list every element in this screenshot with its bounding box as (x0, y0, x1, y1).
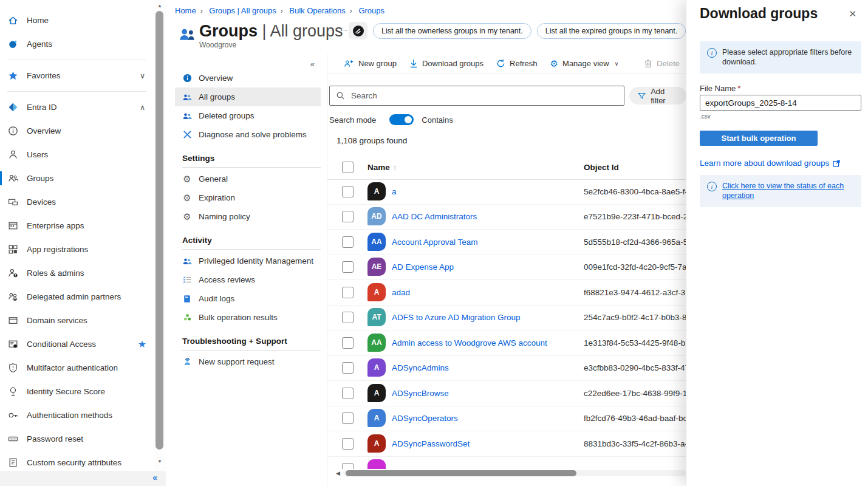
scroll-down-icon[interactable]: ▼ (154, 459, 166, 464)
subnav-item-naming-policy[interactable]: ⚙ Naming policy (175, 207, 321, 226)
table-row[interactable]: A ADSyncAdmins e3cfbb83-0290-4bc5-833f-4… (327, 355, 686, 381)
copilot-button[interactable] (349, 22, 367, 39)
search-input[interactable] (350, 91, 618, 101)
learn-more-link[interactable]: Learn more about download groups (700, 159, 840, 168)
group-name-link[interactable]: ADSyncPasswordSet (392, 439, 470, 448)
row-checkbox[interactable] (342, 388, 354, 399)
sidebar-item-domain-services[interactable]: Domain services (0, 309, 154, 332)
copilot-prompt-pill[interactable]: List all the expired groups in my tenant… (537, 23, 686, 39)
subnav-item-diagnose[interactable]: Diagnose and solve problems (175, 125, 321, 144)
sidebar-item-devices[interactable]: Devices (0, 190, 154, 214)
scroll-left-icon[interactable]: ◀ (336, 470, 340, 476)
breadcrumb-groups[interactable]: Groups (358, 6, 384, 15)
add-filter-button[interactable]: Add filter (629, 87, 686, 104)
group-name-link[interactable]: ADSyncBrowse (392, 389, 449, 398)
column-header-object-id[interactable]: Object Id (584, 163, 619, 172)
sidebar-item-identity-secure-score[interactable]: Identity Secure Score (0, 380, 154, 403)
table-row[interactable]: AE AD Expense App 009e1fcd-32fd-4c20-9cf… (327, 255, 686, 280)
scrollbar-thumb[interactable] (346, 470, 576, 476)
breadcrumb-home[interactable]: Home (175, 6, 196, 15)
chevron-down-icon[interactable]: ∨ (140, 72, 145, 80)
collapse-sidebar-icon[interactable]: « (152, 473, 157, 482)
group-name-link[interactable]: Admin access to Woodgrove AWS account (392, 338, 547, 347)
table-row[interactable]: AA Admin access to Woodgrove AWS account… (327, 330, 686, 356)
sidebar-item-password-reset[interactable]: Password reset (0, 427, 154, 451)
select-all-checkbox[interactable] (342, 162, 354, 173)
table-row[interactable]: AD AAD DC Administrators e7521b9e-223f-4… (327, 204, 686, 230)
table-row[interactable]: A ADSyncPasswordSet 8831bd3c-33f5-4c2f-8… (327, 431, 686, 457)
subnav-item-bulk-operation-results[interactable]: Bulk operation results (175, 308, 321, 327)
subnav-item-general[interactable]: ⚙ General (175, 169, 321, 188)
download-groups-button[interactable]: Download groups (409, 59, 484, 68)
more-options-icon[interactable]: ··· (336, 24, 349, 35)
delete-button[interactable]: Delete (644, 59, 680, 68)
table-row[interactable]: A a 5e2fcb46-8300-4bca-8ae5-f4c (327, 179, 686, 205)
refresh-button[interactable]: Refresh (496, 59, 538, 68)
sidebar-item-roles-admins[interactable]: T Roles & admins (0, 261, 154, 285)
copilot-prompt-pill[interactable]: List all the ownerless groups in my tena… (373, 23, 531, 39)
group-name-link[interactable]: ADFS to Azure AD Migration Group (392, 313, 521, 322)
table-row[interactable]: A ADSyncOperators fb2fcd76-49b3-46ad-baa… (327, 406, 686, 431)
group-name-link[interactable]: AD Expense App (392, 262, 454, 272)
subnav-item-expiration[interactable]: ⚙ Expiration (175, 188, 321, 207)
sidebar-item-users[interactable]: Users (0, 143, 154, 166)
row-checkbox[interactable] (342, 412, 354, 424)
chevron-up-icon[interactable]: ∧ (140, 103, 145, 112)
table-row-partial[interactable] (327, 456, 686, 470)
column-header-name[interactable]: Name↑ (367, 163, 397, 172)
subnav-item-all-groups[interactable]: All groups (175, 87, 321, 106)
sidebar-item-agents[interactable]: Agents (0, 32, 154, 56)
sidebar-item-home[interactable]: Home (0, 9, 154, 32)
sidebar-item-custom-security-attributes[interactable]: Custom security attributes (0, 451, 154, 471)
sidebar-item-entra-id[interactable]: Entra ID ∧ (0, 95, 154, 119)
subnav-item-new-support-request[interactable]: New support request (175, 352, 321, 371)
collapse-subnav-icon[interactable]: « (310, 60, 315, 69)
table-row[interactable]: A ADSyncBrowse c22ed6ee-17bc-4638-99f9-1… (327, 381, 686, 406)
table-row[interactable]: A adad f68821e3-9474-4612-a3cf-3c2 (327, 280, 686, 306)
group-name-link[interactable]: adad (392, 288, 410, 297)
row-checkbox[interactable] (342, 312, 354, 323)
sidebar-item-enterprise-apps[interactable]: Enterprise apps (0, 214, 154, 238)
new-group-button[interactable]: New group (344, 59, 397, 68)
row-checkbox[interactable] (342, 287, 354, 298)
sidebar-item-authentication-methods[interactable]: Authentication methods (0, 403, 154, 427)
group-name-link[interactable]: a (392, 187, 397, 196)
sidebar-scrollbar[interactable]: ▲ ▼ (154, 0, 166, 471)
manage-view-button[interactable]: ⚙ Manage view ∨ (550, 59, 619, 68)
sidebar-item-favorites[interactable]: Favorites ∨ (0, 64, 154, 87)
file-name-input[interactable] (700, 95, 861, 111)
group-name-link[interactable]: AAD DC Administrators (392, 212, 477, 221)
table-row[interactable]: AT ADFS to Azure AD Migration Group 254c… (327, 305, 686, 330)
subnav-item-pim[interactable]: Privileged Identity Management (175, 252, 321, 270)
scroll-up-icon[interactable]: ▲ (154, 3, 166, 9)
operation-status-link[interactable]: Click here to view the status of each op… (722, 181, 854, 201)
breadcrumb-bulk-operations[interactable]: Bulk Operations (289, 6, 346, 15)
row-checkbox[interactable] (342, 362, 354, 374)
breadcrumb-groups-all-groups[interactable]: Groups | All groups (209, 6, 276, 15)
group-name-link[interactable]: Account Approval Team (392, 238, 478, 247)
table-row[interactable]: AA Account Approval Team 5d555b18-cf2d-4… (327, 230, 686, 255)
sidebar-item-delegated-admin-partners[interactable]: Delegated admin partners (0, 285, 154, 309)
group-name-link[interactable]: ADSyncOperators (392, 414, 458, 423)
sidebar-item-conditional-access[interactable]: Conditional Access ★ (0, 332, 154, 356)
subnav-item-access-reviews[interactable]: Access reviews (175, 270, 321, 289)
row-checkbox[interactable] (342, 186, 354, 197)
row-checkbox[interactable] (342, 337, 354, 349)
sidebar-item-multifactor-authentication[interactable]: Multifactor authentication (0, 356, 154, 380)
row-checkbox[interactable] (342, 236, 354, 248)
row-checkbox[interactable] (342, 211, 354, 222)
horizontal-scrollbar[interactable]: ◀ (327, 469, 686, 477)
subnav-item-overview[interactable]: Overview (175, 69, 321, 87)
scrollbar-thumb[interactable] (155, 11, 163, 450)
row-checkbox[interactable] (342, 438, 354, 450)
sidebar-item-app-registrations[interactable]: App registrations (0, 238, 154, 261)
start-bulk-operation-button[interactable]: Start bulk operation (700, 131, 818, 146)
subnav-item-audit-logs[interactable]: Audit logs (175, 289, 321, 308)
sidebar-item-groups[interactable]: Groups (0, 166, 154, 190)
favorite-star-icon[interactable]: ★ (138, 338, 146, 350)
close-icon[interactable]: ✕ (849, 9, 856, 19)
group-name-link[interactable]: ADSyncAdmins (392, 363, 449, 372)
row-checkbox[interactable] (342, 261, 354, 273)
sidebar-item-overview[interactable]: Overview (0, 119, 154, 143)
subnav-item-deleted-groups[interactable]: Deleted groups (175, 106, 321, 125)
